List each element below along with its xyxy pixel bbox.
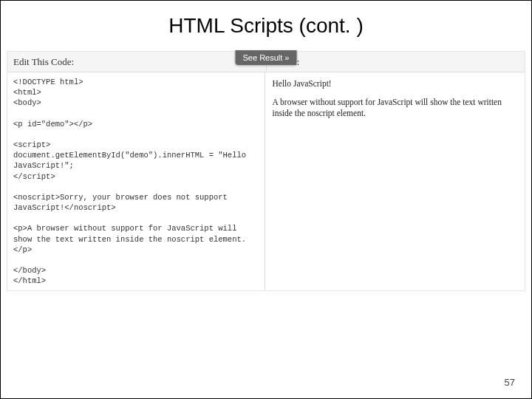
page-number: 57: [505, 377, 515, 388]
editor-body: <!DOCTYPE html> <html> <body> <p id="dem…: [7, 72, 525, 290]
editor-header: Edit This Code: See Result » Result:: [7, 52, 525, 72]
result-line-2: A browser without support for JavaScript…: [273, 97, 518, 119]
result-pane: Hello JavaScript! A browser without supp…: [265, 72, 525, 290]
edit-code-label: Edit This Code:: [7, 53, 266, 71]
result-line-1: Hello JavaScript!: [273, 78, 518, 89]
result-label: Result:: [266, 53, 525, 71]
code-editor[interactable]: <!DOCTYPE html> <html> <body> <p id="dem…: [7, 72, 265, 290]
see-result-button[interactable]: See Result »: [236, 50, 297, 65]
slide-title: HTML Scripts (cont. ): [1, 14, 531, 38]
editor-container: Edit This Code: See Result » Result: <!D…: [7, 51, 525, 291]
